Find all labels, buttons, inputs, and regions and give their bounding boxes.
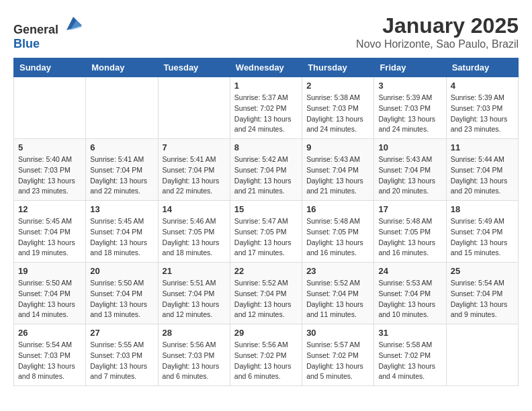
table-row: 1 Sunrise: 5:37 AM Sunset: 7:02 PM Dayli…	[230, 77, 302, 139]
table-row: 15 Sunrise: 5:47 AM Sunset: 7:05 PM Dayl…	[230, 201, 302, 263]
table-row: 4 Sunrise: 5:39 AM Sunset: 7:03 PM Dayli…	[446, 77, 518, 139]
day-info: Sunrise: 5:48 AM Sunset: 7:05 PM Dayligh…	[306, 216, 369, 259]
daylight-label: Daylight: 13 hours and 23 minutes.	[18, 177, 75, 195]
table-row	[14, 77, 86, 139]
sunrise-label: Sunrise: 5:43 AM	[306, 155, 360, 163]
sunrise-label: Sunrise: 5:57 AM	[306, 340, 360, 349]
table-row: 20 Sunrise: 5:50 AM Sunset: 7:04 PM Dayl…	[86, 263, 158, 324]
sunset-label: Sunset: 7:04 PM	[90, 228, 142, 236]
daylight-label: Daylight: 13 hours and 13 minutes.	[90, 300, 147, 319]
daylight-label: Daylight: 13 hours and 7 minutes.	[90, 362, 147, 381]
day-info: Sunrise: 5:43 AM Sunset: 7:04 PM Dayligh…	[306, 154, 369, 197]
sunset-label: Sunset: 7:04 PM	[234, 166, 287, 174]
sunset-label: Sunset: 7:04 PM	[378, 166, 431, 174]
daylight-label: Daylight: 13 hours and 22 minutes.	[163, 177, 220, 195]
sunrise-label: Sunrise: 5:56 AM	[163, 340, 216, 349]
table-row: 9 Sunrise: 5:43 AM Sunset: 7:04 PM Dayli…	[302, 139, 374, 201]
daylight-label: Daylight: 13 hours and 24 minutes.	[378, 115, 435, 134]
header-friday: Friday	[374, 58, 446, 77]
sunset-label: Sunset: 7:03 PM	[163, 351, 215, 359]
table-row: 8 Sunrise: 5:42 AM Sunset: 7:04 PM Dayli…	[230, 139, 302, 201]
sunset-label: Sunset: 7:03 PM	[90, 351, 142, 359]
sunset-label: Sunset: 7:04 PM	[451, 228, 503, 236]
day-info: Sunrise: 5:57 AM Sunset: 7:02 PM Dayligh…	[306, 340, 369, 382]
table-row: 27 Sunrise: 5:55 AM Sunset: 7:03 PM Dayl…	[86, 324, 158, 386]
day-info: Sunrise: 5:56 AM Sunset: 7:03 PM Dayligh…	[163, 340, 226, 382]
table-row: 10 Sunrise: 5:43 AM Sunset: 7:04 PM Dayl…	[374, 139, 446, 201]
day-number: 25	[451, 266, 514, 276]
daylight-label: Daylight: 13 hours and 14 minutes.	[18, 300, 75, 319]
daylight-label: Daylight: 13 hours and 24 minutes.	[234, 115, 292, 134]
sunrise-label: Sunrise: 5:39 AM	[378, 93, 432, 101]
daylight-label: Daylight: 13 hours and 8 minutes.	[18, 362, 75, 381]
week-row-0: 1 Sunrise: 5:37 AM Sunset: 7:02 PM Dayli…	[14, 77, 519, 139]
sunset-label: Sunset: 7:04 PM	[306, 289, 359, 298]
daylight-label: Daylight: 13 hours and 4 minutes.	[378, 362, 435, 381]
daylight-label: Daylight: 13 hours and 20 minutes.	[378, 177, 435, 195]
daylight-label: Daylight: 13 hours and 5 minutes.	[306, 362, 363, 381]
day-info: Sunrise: 5:50 AM Sunset: 7:04 PM Dayligh…	[90, 278, 153, 320]
day-info: Sunrise: 5:44 AM Sunset: 7:04 PM Dayligh…	[451, 154, 514, 197]
sunset-label: Sunset: 7:05 PM	[378, 228, 431, 236]
sunrise-label: Sunrise: 5:56 AM	[234, 340, 288, 349]
sunset-label: Sunset: 7:02 PM	[378, 351, 431, 359]
table-row: 13 Sunrise: 5:45 AM Sunset: 7:04 PM Dayl…	[86, 201, 158, 263]
day-number: 3	[378, 81, 441, 91]
sunrise-label: Sunrise: 5:38 AM	[306, 93, 360, 101]
sunrise-label: Sunrise: 5:48 AM	[306, 217, 360, 225]
table-row: 28 Sunrise: 5:56 AM Sunset: 7:03 PM Dayl…	[158, 324, 230, 386]
day-info: Sunrise: 5:45 AM Sunset: 7:04 PM Dayligh…	[90, 216, 153, 259]
sunset-label: Sunset: 7:03 PM	[18, 166, 71, 174]
day-info: Sunrise: 5:46 AM Sunset: 7:05 PM Dayligh…	[163, 216, 226, 259]
day-info: Sunrise: 5:38 AM Sunset: 7:03 PM Dayligh…	[306, 93, 369, 135]
day-number: 9	[306, 142, 369, 152]
day-info: Sunrise: 5:41 AM Sunset: 7:04 PM Dayligh…	[90, 154, 153, 197]
daylight-label: Daylight: 13 hours and 12 minutes.	[163, 300, 220, 319]
daylight-label: Daylight: 13 hours and 18 minutes.	[90, 238, 147, 257]
sunrise-label: Sunrise: 5:58 AM	[378, 340, 432, 349]
day-info: Sunrise: 5:51 AM Sunset: 7:04 PM Dayligh…	[163, 278, 226, 320]
sunrise-label: Sunrise: 5:51 AM	[163, 279, 216, 287]
table-row: 7 Sunrise: 5:41 AM Sunset: 7:04 PM Dayli…	[158, 139, 230, 201]
sunset-label: Sunset: 7:04 PM	[18, 289, 71, 298]
sunrise-label: Sunrise: 5:45 AM	[90, 217, 144, 225]
sunrise-label: Sunrise: 5:48 AM	[378, 217, 432, 225]
sunrise-label: Sunrise: 5:46 AM	[163, 217, 216, 225]
day-number: 14	[163, 204, 226, 214]
day-number: 1	[234, 81, 298, 91]
sunrise-label: Sunrise: 5:40 AM	[18, 155, 72, 163]
sunset-label: Sunset: 7:04 PM	[18, 228, 71, 236]
day-number: 30	[306, 328, 369, 338]
calendar-table: Sunday Monday Tuesday Wednesday Thursday…	[13, 58, 519, 386]
table-row: 6 Sunrise: 5:41 AM Sunset: 7:04 PM Dayli…	[86, 139, 158, 201]
sunrise-label: Sunrise: 5:39 AM	[451, 93, 504, 101]
logo-blue: Blue	[13, 37, 40, 50]
daylight-label: Daylight: 13 hours and 6 minutes.	[163, 362, 220, 381]
month-year: January 2025	[356, 13, 519, 38]
day-number: 29	[234, 328, 298, 338]
daylight-label: Daylight: 13 hours and 22 minutes.	[90, 177, 147, 195]
sunset-label: Sunset: 7:04 PM	[234, 289, 287, 298]
table-row	[158, 77, 230, 139]
day-number: 22	[234, 266, 298, 276]
table-row: 31 Sunrise: 5:58 AM Sunset: 7:02 PM Dayl…	[374, 324, 446, 386]
day-info: Sunrise: 5:37 AM Sunset: 7:02 PM Dayligh…	[234, 93, 298, 135]
table-row: 11 Sunrise: 5:44 AM Sunset: 7:04 PM Dayl…	[446, 139, 518, 201]
sunrise-label: Sunrise: 5:41 AM	[163, 155, 216, 163]
sunset-label: Sunset: 7:04 PM	[90, 166, 142, 174]
sunrise-label: Sunrise: 5:42 AM	[234, 155, 288, 163]
sunset-label: Sunset: 7:04 PM	[451, 289, 503, 298]
day-info: Sunrise: 5:41 AM Sunset: 7:04 PM Dayligh…	[163, 154, 226, 197]
day-number: 16	[306, 204, 369, 214]
sunset-label: Sunset: 7:03 PM	[306, 104, 359, 112]
day-number: 23	[306, 266, 369, 276]
table-row: 29 Sunrise: 5:56 AM Sunset: 7:02 PM Dayl…	[230, 324, 302, 386]
daylight-label: Daylight: 13 hours and 11 minutes.	[306, 300, 363, 319]
day-info: Sunrise: 5:49 AM Sunset: 7:04 PM Dayligh…	[451, 216, 514, 259]
daylight-label: Daylight: 13 hours and 16 minutes.	[378, 238, 435, 257]
sunset-label: Sunset: 7:05 PM	[163, 228, 215, 236]
table-row: 14 Sunrise: 5:46 AM Sunset: 7:05 PM Dayl…	[158, 201, 230, 263]
daylight-label: Daylight: 13 hours and 21 minutes.	[234, 177, 292, 195]
logo-general: General	[13, 23, 58, 36]
sunrise-label: Sunrise: 5:44 AM	[451, 155, 504, 163]
